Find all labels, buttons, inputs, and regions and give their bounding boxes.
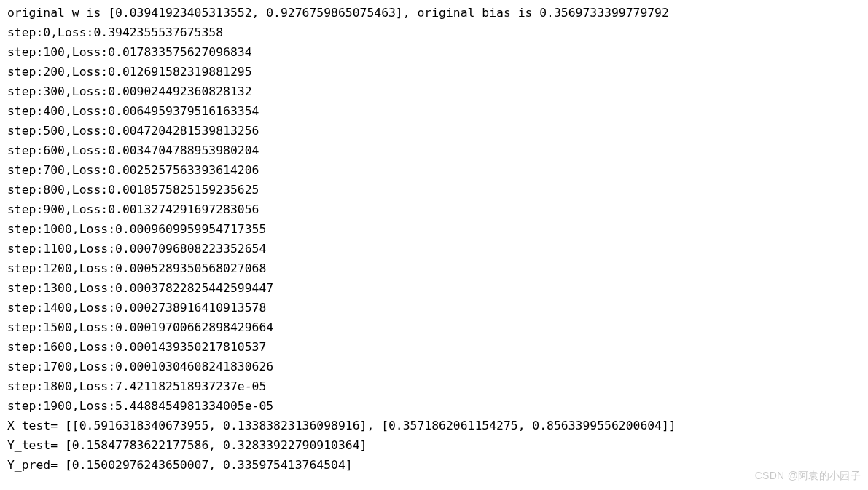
step-line: step:700,Loss:0.0025257563393614206: [7, 160, 861, 180]
step-line: step:900,Loss:0.0013274291697283056: [7, 199, 861, 219]
step-line: step:400,Loss:0.0064959379516163354: [7, 101, 861, 121]
step-line: step:200,Loss:0.012691582319881295: [7, 62, 861, 82]
step-line: step:1400,Loss:0.0002738916410913578: [7, 298, 861, 317]
step-line: step:1800,Loss:7.421182518937237e-05: [7, 376, 861, 396]
step-line: step:1900,Loss:5.4488454981334005e-05: [7, 396, 861, 416]
step-line: step:1300,Loss:0.00037822825442599447: [7, 278, 861, 298]
y-pred-line: Y_pred= [0.15002976243650007, 0.33597541…: [7, 455, 861, 475]
header-line: original w is [0.03941923405313552, 0.92…: [7, 3, 861, 23]
x-test-line: X_test= [[0.5916318340673955, 0.13383823…: [7, 416, 861, 435]
step-line: step:0,Loss:0.3942355537675358: [7, 23, 861, 42]
step-line: step:1500,Loss:0.00019700662898429664: [7, 317, 861, 337]
step-line: step:1700,Loss:0.00010304608241830626: [7, 357, 861, 376]
step-line: step:600,Loss:0.0034704788953980204: [7, 141, 861, 160]
step-line: step:500,Loss:0.0047204281539813256: [7, 121, 861, 141]
csdn-watermark: CSDN @阿袁的小园子: [755, 466, 861, 486]
step-line: step:1000,Loss:0.0009609959954717355: [7, 219, 861, 239]
step-line: step:300,Loss:0.009024492360828132: [7, 82, 861, 101]
step-line: step:1100,Loss:0.0007096808223352654: [7, 239, 861, 258]
console-output: original w is [0.03941923405313552, 0.92…: [7, 3, 861, 475]
y-test-line: Y_test= [0.15847783622177586, 0.32833922…: [7, 435, 861, 455]
step-line: step:800,Loss:0.0018575825159235625: [7, 180, 861, 199]
step-line: step:1200,Loss:0.0005289350568027068: [7, 258, 861, 278]
step-line: step:1600,Loss:0.0001439350217810537: [7, 337, 861, 357]
step-line: step:100,Loss:0.017833575627096834: [7, 42, 861, 62]
